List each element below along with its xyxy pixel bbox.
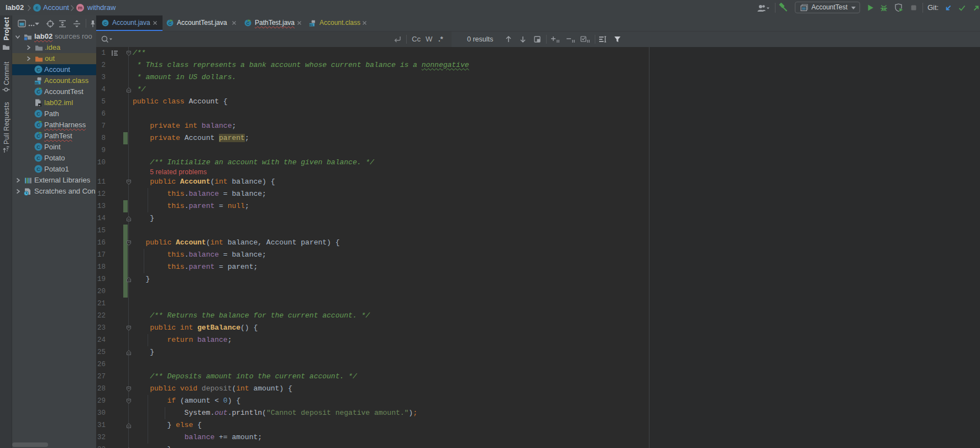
- svg-text:C: C: [36, 122, 40, 128]
- svg-text:C: C: [36, 89, 40, 95]
- svg-text:C: C: [104, 21, 107, 26]
- svg-text:C: C: [36, 155, 40, 161]
- svg-text:C: C: [36, 133, 40, 139]
- svg-text:C: C: [36, 67, 40, 72]
- svg-text:C: C: [36, 111, 40, 117]
- svg-text:m: m: [78, 5, 82, 11]
- svg-text:c: c: [35, 5, 38, 11]
- svg-text:01: 01: [310, 23, 313, 26]
- svg-text:C: C: [36, 166, 40, 172]
- svg-text:01: 01: [35, 81, 39, 85]
- svg-text:C: C: [36, 144, 40, 150]
